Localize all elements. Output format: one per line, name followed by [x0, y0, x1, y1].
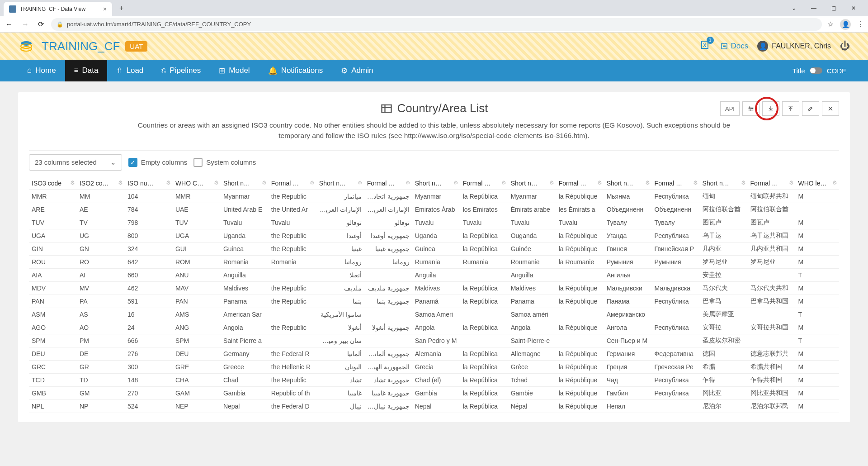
table-cell: Rumania — [412, 255, 460, 268]
table-cell: Panamá — [412, 295, 460, 308]
table-cell: جمهورية ملديف — [364, 281, 412, 295]
column-gear-icon[interactable]: ⚙ — [693, 180, 698, 186]
table-row[interactable]: PANPA591PANPanamathe Republicبنماجمهورية… — [29, 295, 839, 308]
table-cell: 冈比亚共和国 — [748, 386, 796, 399]
table-row[interactable]: AGOAO24ANGAngolathe Republicأنغولاجمهوري… — [29, 321, 839, 334]
table-row[interactable]: GINGN324GUIGuineathe Republicغينياجمهوري… — [29, 242, 839, 255]
table-cell: جمهورية نيبال الديمقراطية الاتحادية — [364, 399, 412, 413]
column-header[interactable]: ISO nu…⚙ — [125, 177, 173, 190]
table-row[interactable]: DEUDE276DEUGermanythe Federal Rألمانياجم… — [29, 347, 839, 360]
column-gear-icon[interactable]: ⚙ — [214, 180, 219, 186]
caret-down-icon[interactable]: ⌄ — [788, 5, 799, 11]
nav-item-data[interactable]: ≡Data — [65, 60, 108, 81]
column-header[interactable]: Formal …⚙ — [556, 177, 604, 190]
maximize-icon[interactable]: ▢ — [828, 5, 839, 11]
nav-item-admin[interactable]: ⚙Admin — [332, 60, 382, 81]
table-row[interactable]: ROURO642ROMRomaniaRomaniaرومانيارومانياR… — [29, 255, 839, 268]
settings-button[interactable] — [742, 101, 760, 116]
column-header[interactable]: ISO3 code⚙ — [29, 177, 77, 190]
columns-select[interactable]: 23 columns selected ⌄ — [29, 154, 122, 171]
table-row[interactable]: TUVTV798TUVTuvaluTuvaluتوفالوتوفالوTuval… — [29, 216, 839, 229]
kebab-menu-icon[interactable]: ⋮ — [857, 20, 864, 29]
column-header[interactable]: Formal …⚙ — [748, 177, 796, 190]
nav-item-notifications[interactable]: 🔔Notifications — [259, 60, 332, 81]
table-cell: Uganda — [412, 229, 460, 242]
column-gear-icon[interactable]: ⚙ — [597, 180, 602, 186]
column-header[interactable]: WHO le…⚙ — [796, 177, 840, 190]
nav-item-home[interactable]: ⌂Home — [18, 60, 65, 81]
table-cell: AMS — [173, 308, 221, 321]
close-tab-icon[interactable]: × — [103, 5, 107, 13]
docs-link[interactable]: Docs — [720, 42, 749, 51]
forward-button[interactable]: → — [20, 19, 31, 30]
table-cell: Népal — [508, 399, 556, 413]
table-cell: اليونان — [316, 360, 364, 373]
column-gear-icon[interactable]: ⚙ — [166, 180, 171, 186]
column-gear-icon[interactable]: ⚙ — [406, 180, 410, 186]
column-header[interactable]: Formal …⚙ — [460, 177, 508, 190]
column-header[interactable]: ISO2 co…⚙ — [77, 177, 125, 190]
column-header[interactable]: Short n…⚙ — [604, 177, 652, 190]
excel-export-button[interactable]: X 1 — [700, 39, 711, 53]
column-header[interactable]: WHO C…⚙ — [173, 177, 221, 190]
table-row[interactable]: GRCGR300GREGreecethe Hellenic Rاليونانال… — [29, 360, 839, 373]
address-bar[interactable]: 🔒 portal-uat.who.int/xmart4/TRAINING_CF/… — [51, 18, 822, 31]
new-tab-button[interactable]: + — [116, 2, 127, 14]
table-cell: 462 — [125, 281, 173, 295]
column-header[interactable]: Short n…⚙ — [221, 177, 269, 190]
table-row[interactable]: NPLNP524NEPNepalthe Federal Dنيبالجمهوري… — [29, 399, 839, 413]
table-row[interactable]: TCDTD148CHAChadthe Republicتشادجمهورية ت… — [29, 373, 839, 386]
back-button[interactable]: ← — [4, 19, 14, 30]
table-cell: Тувалу — [604, 216, 652, 229]
column-gear-icon[interactable]: ⚙ — [118, 180, 123, 186]
nav-item-load[interactable]: ⇧Load — [107, 60, 152, 81]
reload-button[interactable]: ⟳ — [36, 18, 46, 30]
minimize-icon[interactable]: ― — [808, 5, 819, 11]
table-row[interactable]: AIAAI660ANUAnguillaأنغيلاAnguilaAnguilla… — [29, 268, 839, 281]
column-gear-icon[interactable]: ⚙ — [453, 180, 458, 186]
column-header[interactable]: Short n…⚙ — [316, 177, 364, 190]
profile-button[interactable]: 👤 — [840, 19, 851, 30]
user-chip[interactable]: 👤 FAULKNER, Chris — [757, 41, 831, 52]
column-gear-icon[interactable]: ⚙ — [70, 180, 75, 186]
column-header[interactable]: Formal …⚙ — [364, 177, 412, 190]
nav-item-model[interactable]: ⊞Model — [210, 60, 259, 81]
nav-item-pipelines[interactable]: ⎌Pipelines — [152, 60, 210, 81]
table-row[interactable]: MMRMM104MMRMyanmarthe Republicميانمارجمه… — [29, 190, 839, 203]
table-cell: AGO — [29, 321, 77, 334]
table-row[interactable]: MDVMV462MAVMaldivesthe Republicملديفجمهو… — [29, 281, 839, 295]
column-gear-icon[interactable]: ⚙ — [789, 180, 794, 186]
column-gear-icon[interactable]: ⚙ — [501, 180, 506, 186]
edit-button[interactable] — [802, 101, 819, 116]
column-gear-icon[interactable]: ⚙ — [645, 180, 650, 186]
table-row[interactable]: GMBGM270GAMGambiaRepublic of thغامبياجمه… — [29, 386, 839, 399]
column-gear-icon[interactable]: ⚙ — [358, 180, 363, 186]
table-row[interactable]: AREAE784UAEUnited Arab Ethe United Arالإ… — [29, 203, 839, 216]
table-row[interactable]: SPMPM666SPMSaint Pierre aسان بيير وميكلو… — [29, 334, 839, 347]
column-header[interactable]: Short n…⚙ — [412, 177, 460, 190]
table-row[interactable]: ASMAS16AMSAmerican Sarساموا الأمريكيةSam… — [29, 308, 839, 321]
column-header[interactable]: Formal …⚙ — [652, 177, 700, 190]
bookmark-star-icon[interactable]: ☆ — [827, 20, 834, 29]
api-button[interactable]: API — [720, 101, 740, 116]
power-button[interactable]: ⏻ — [840, 40, 850, 52]
title-code-toggle[interactable] — [810, 67, 822, 74]
column-gear-icon[interactable]: ⚙ — [262, 180, 267, 186]
table-cell: the Republic — [269, 242, 316, 255]
column-gear-icon[interactable]: ⚙ — [549, 180, 554, 186]
column-gear-icon[interactable]: ⚙ — [741, 180, 746, 186]
table-row[interactable]: UGAUG800UGAUgandathe Republicأوغنداجمهور… — [29, 229, 839, 242]
download-button[interactable] — [762, 101, 779, 116]
system-columns-checkbox[interactable]: System columns — [193, 158, 256, 167]
column-gear-icon[interactable]: ⚙ — [832, 180, 837, 186]
column-header[interactable]: Short n…⚙ — [508, 177, 556, 190]
close-panel-button[interactable] — [822, 101, 839, 116]
column-gear-icon[interactable]: ⚙ — [310, 180, 315, 186]
column-header[interactable]: Formal …⚙ — [269, 177, 316, 190]
upload-button[interactable] — [782, 101, 799, 116]
column-header[interactable]: Short n…⚙ — [700, 177, 748, 190]
close-window-icon[interactable]: ✕ — [848, 5, 859, 11]
table-cell: la République — [556, 386, 604, 399]
empty-columns-checkbox[interactable]: ✓ Empty columns — [128, 158, 188, 167]
browser-tab[interactable]: TRAINING_CF - Data View × — [4, 2, 112, 16]
